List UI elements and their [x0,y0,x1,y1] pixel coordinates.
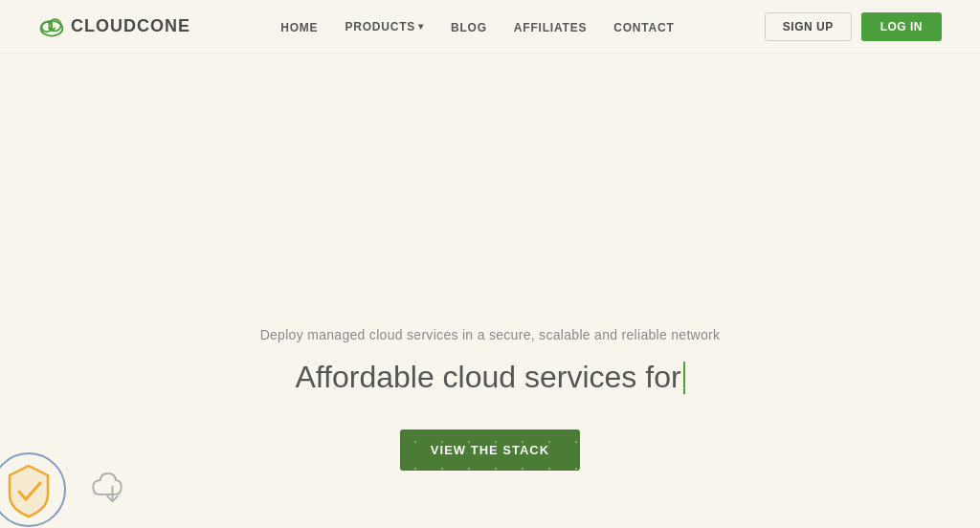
cloud-download-icon [86,461,139,514]
nav-link-contact[interactable]: CONTACT [613,21,674,34]
nav-item-home[interactable]: HOME [280,18,318,35]
login-button[interactable]: LOG IN [861,12,942,41]
nav-item-products[interactable]: PRODUCTS [345,20,424,33]
hero-subtitle: Deploy managed cloud services in a secur… [260,327,721,342]
hero-title-text: Affordable cloud services for [295,360,680,395]
brand-logo[interactable]: CLOUDCONE [38,13,190,40]
nav-link-affiliates[interactable]: AFFILIATES [514,21,587,34]
nav-item-contact[interactable]: CONTACT [613,18,674,35]
navbar-actions: SIGN UP LOG IN [765,12,942,41]
nav-links: HOME PRODUCTS BLOG AFFILIATES CONTACT [280,18,674,35]
hero-title-cursor [683,362,685,394]
cloudcone-logo-icon [38,13,65,40]
hero-title: Affordable cloud services for [295,360,684,395]
cloud-download-icon-container [86,461,144,518]
nav-item-blog[interactable]: BLOG [451,18,487,35]
hero-section: Deploy managed cloud services in a secur… [0,54,980,528]
nav-link-blog[interactable]: BLOG [451,21,487,34]
signup-button[interactable]: SIGN UP [765,12,852,41]
navbar: CLOUDCONE HOME PRODUCTS BLOG AFFILIATES … [0,0,980,54]
view-stack-button[interactable]: VIEW THE STACK [400,429,580,471]
nav-item-affiliates[interactable]: AFFILIATES [514,18,587,35]
shield-icon-container [0,451,77,528]
nav-link-products[interactable]: PRODUCTS [345,20,424,33]
brand-name: CLOUDCONE [71,16,190,36]
shield-icon [0,451,67,528]
nav-link-home[interactable]: HOME [280,21,318,34]
